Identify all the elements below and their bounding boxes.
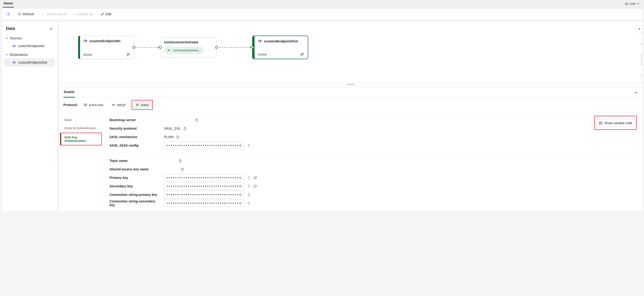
node-title-row: customEndpointOut	[258, 39, 304, 43]
refresh-button[interactable]: Refresh	[14, 10, 37, 18]
field-value: PLAIN	[164, 135, 174, 139]
protocol-kafka[interactable]: Kafka	[133, 101, 151, 108]
field-label: Shared access key name	[110, 167, 161, 171]
node-menu-icon[interactable]	[126, 53, 130, 56]
settings-button[interactable]	[4, 10, 12, 18]
add-node-button[interactable]	[636, 26, 642, 32]
copy-icon[interactable]	[247, 184, 250, 188]
field-sasl-jass-config: SASL JASS config •••••••••••••••••••••••…	[110, 141, 638, 150]
copy-icon[interactable]	[183, 127, 186, 130]
copy-icon[interactable]	[247, 193, 250, 197]
svg-rect-25	[248, 185, 250, 187]
field-sasl-mechanism: SASL mechanism PLAIN	[110, 133, 638, 141]
chevron-down-icon	[6, 37, 8, 40]
refresh-label: Refresh	[22, 12, 34, 16]
eventstream-canvas[interactable]: customEndpointIn Active	[59, 21, 642, 83]
node-title-row: customEndpointIn	[83, 39, 130, 43]
auth-nav: Basic Entra ID Authentication SAS Key Au…	[60, 116, 102, 207]
auth-tab-saskey[interactable]: SAS Key Authentication	[60, 133, 101, 145]
sidebar-item-label: customEndpointOut	[18, 61, 47, 64]
copy-icon[interactable]	[180, 168, 184, 171]
collapse-sidebar-button[interactable]	[49, 27, 53, 31]
expand-pane-button[interactable]	[634, 90, 638, 95]
node-customendpointout[interactable]: customEndpointOut Active	[252, 36, 308, 59]
toolbar-separator	[14, 11, 14, 18]
node-port-in[interactable]	[159, 46, 162, 49]
tab-details[interactable]: Details	[63, 87, 75, 98]
masked-input[interactable]: ••••••••••••••••••••••••••••••••••••••••…	[164, 142, 244, 149]
minimap-handle[interactable]	[640, 43, 642, 76]
field-primary-key: Primary key ••••••••••••••••••••••••••••…	[110, 173, 638, 182]
reveal-icon[interactable]	[238, 184, 242, 188]
copy-icon[interactable]	[247, 201, 250, 205]
svg-rect-21	[182, 168, 184, 170]
eventstream-chip[interactable]: contosoeventstrea...	[164, 47, 204, 54]
tab-details-label: Details	[64, 90, 75, 94]
copy-icon[interactable]	[176, 135, 180, 139]
sidebar-item-label: customEndpointIn	[18, 44, 44, 48]
copy-icon[interactable]	[247, 144, 250, 147]
copy-icon[interactable]	[247, 176, 250, 180]
masked-input[interactable]: ••••••••••••••••••••••••••••••••••••••••…	[164, 174, 244, 181]
tree-heading-destinations[interactable]: Destinations	[4, 51, 55, 59]
masked-input[interactable]: ••••••••••••••••••••••••••••••••••••••••…	[164, 199, 244, 207]
sidebar-item-customendpointout[interactable]: customEndpointOut	[4, 59, 55, 67]
endpoint-in-icon	[12, 44, 16, 48]
main-area: Data Sources customEndpointIn	[2, 21, 642, 212]
endpoint-in-icon	[83, 39, 88, 43]
reveal-icon[interactable]	[238, 201, 242, 205]
node-port-in[interactable]	[251, 46, 254, 49]
show-sample-code-button[interactable]: Show sample code	[595, 119, 636, 127]
field-label: Security protocol	[110, 127, 161, 130]
activate-all-button[interactable]: Activate all	[69, 10, 96, 18]
canvas-wrap: customEndpointIn Active	[59, 21, 642, 212]
svg-rect-16	[184, 128, 186, 130]
svg-rect-27	[248, 194, 250, 196]
tree-heading-sources[interactable]: Sources	[4, 35, 55, 42]
svg-rect-19	[248, 145, 250, 147]
copy-icon[interactable]	[178, 159, 182, 163]
pane-resizer[interactable]	[346, 84, 355, 85]
svg-point-10	[114, 104, 115, 106]
auth-tab-label: SAS Key Authentication	[64, 136, 86, 143]
eventhub-icon	[84, 103, 87, 107]
sidebar-title: Data	[6, 26, 15, 31]
minimap-dot	[640, 43, 642, 45]
svg-rect-3	[44, 13, 44, 15]
regenerate-icon[interactable]	[253, 176, 257, 180]
chip-label: contosoeventstrea...	[173, 49, 200, 52]
deactivate-all-label: Deactivate all	[46, 12, 66, 16]
node-accent	[78, 36, 80, 59]
node-menu-icon[interactable]	[300, 53, 304, 56]
toolbar-separator	[38, 11, 38, 18]
live-mode-toggle[interactable]: Live	[623, 1, 641, 7]
auth-tab-basic[interactable]: Basic	[60, 116, 102, 124]
edit-icon	[100, 12, 104, 16]
endpoint-out-icon	[258, 39, 262, 43]
tab-home[interactable]: Home	[3, 0, 14, 8]
reveal-icon[interactable]	[238, 176, 242, 180]
node-contosoeventstream[interactable]: contosoeventstream contosoeventstrea...	[160, 38, 216, 57]
edit-button[interactable]: Edit	[98, 10, 114, 18]
masked-input[interactable]: ••••••••••••••••••••••••••••••••••••••••…	[164, 191, 244, 198]
protocol-amqp[interactable]: AMQP	[109, 101, 128, 108]
field-label: Connection string-primary key	[110, 193, 161, 197]
sources-label: Sources	[10, 36, 22, 40]
tree-section-sources: Sources customEndpointIn	[4, 35, 55, 50]
node-customendpointin[interactable]: customEndpointIn Active	[78, 36, 134, 59]
protocol-eventhub[interactable]: Event Hub	[81, 101, 106, 108]
masked-input[interactable]: ••••••••••••••••••••••••••••••••••••••••…	[164, 182, 244, 190]
field-label: SASL JASS config	[110, 144, 161, 147]
minimap-line	[641, 54, 642, 65]
reveal-icon[interactable]	[238, 193, 242, 197]
regenerate-icon[interactable]	[253, 184, 257, 188]
copy-icon[interactable]	[195, 118, 198, 122]
svg-rect-29	[248, 202, 250, 204]
sidebar-item-customendpointin[interactable]: customEndpointIn	[4, 42, 55, 50]
auth-tab-entraid[interactable]: Entra ID Authentication	[60, 124, 102, 132]
field-security-protocol: Security protocol SASL_SSL	[110, 124, 638, 133]
reveal-icon[interactable]	[238, 144, 242, 147]
node-title: contosoeventstream	[164, 40, 198, 44]
field-label: Bootstrap server	[110, 118, 161, 122]
deactivate-all-button[interactable]: Deactivate all	[39, 10, 69, 18]
